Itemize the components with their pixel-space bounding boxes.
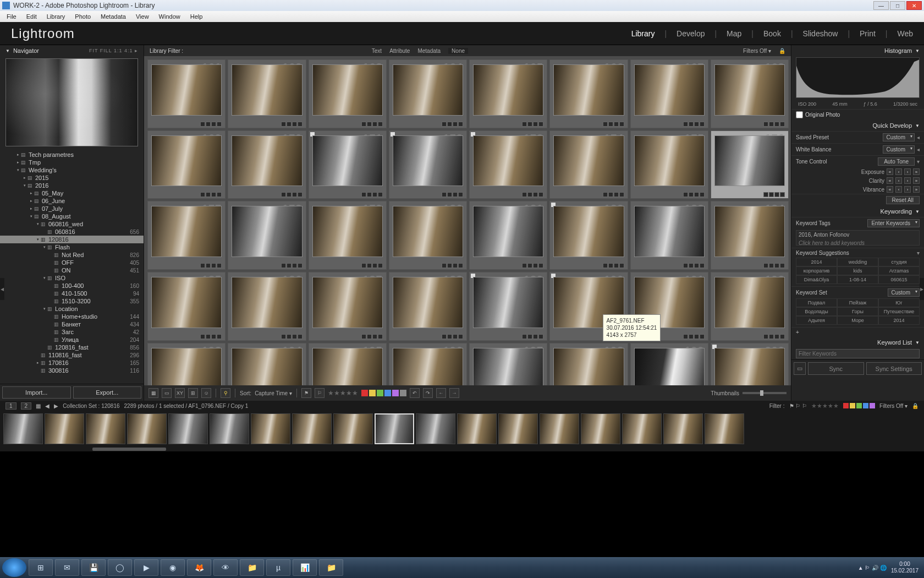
tree-item[interactable]: ▸▥170816165 — [0, 359, 144, 367]
filmstrip-cell[interactable] — [705, 413, 744, 444]
filter-metadata[interactable]: Metadata — [417, 48, 441, 54]
thumbnail-cell[interactable]: 184 — [711, 201, 789, 270]
filmstrip-cell[interactable] — [3, 413, 43, 444]
keyword-suggestion[interactable]: 060615 — [878, 275, 920, 284]
module-slideshow[interactable]: Slideshow — [803, 29, 838, 38]
filters-preset-dropdown[interactable]: Filters Off ▾ — [879, 403, 908, 409]
histogram[interactable] — [796, 57, 920, 98]
thumbnail-cell[interactable]: 199 — [630, 343, 708, 386]
filter-attribute[interactable]: Attribute — [389, 48, 410, 54]
menu-edit[interactable]: Edit — [22, 12, 41, 21]
thumbnail-cell[interactable]: 177 — [147, 201, 226, 270]
filmstrip-cell[interactable] — [622, 413, 662, 444]
thumbnail-cell[interactable]: 200 — [711, 343, 789, 386]
tree-item[interactable]: ▥300816116 — [0, 367, 144, 374]
tree-item[interactable]: ▾▥120816 — [0, 236, 144, 243]
second-window-1[interactable]: 1 — [6, 402, 16, 410]
start-button[interactable] — [2, 558, 26, 577]
module-book[interactable]: Book — [763, 29, 781, 38]
thumbnail-cell[interactable]: 186 — [228, 272, 306, 341]
filmstrip-cell[interactable] — [581, 413, 620, 444]
tree-item[interactable]: ▸▤07_July — [0, 205, 144, 212]
navigator-preview[interactable] — [6, 58, 138, 146]
color-filter[interactable] — [843, 403, 875, 408]
keyword-set-item[interactable]: Адыгея — [796, 316, 837, 325]
keyword-set-dropdown[interactable]: Custom — [888, 288, 920, 297]
keyword-tags-area[interactable]: 2016, Anton Fofonov Click here to add ke… — [796, 230, 920, 246]
quickdev-header[interactable]: Quick Develop▼ — [791, 120, 924, 131]
exposure-dec2[interactable]: « — [887, 168, 893, 175]
keyword-set-item[interactable]: Путешествие — [878, 307, 920, 316]
taskbar-app[interactable]: 📊 — [293, 559, 317, 576]
tree-item[interactable]: ▥110816_fast296 — [0, 351, 144, 359]
filmstrip-cell[interactable] — [540, 413, 579, 444]
filmstrip-cell[interactable] — [168, 413, 208, 444]
color-swatch[interactable] — [392, 390, 399, 396]
taskbar-app[interactable]: ◯ — [108, 559, 132, 576]
taskbar-app[interactable]: ⊞ — [29, 559, 53, 576]
thumbnail-cell[interactable]: 175 — [630, 130, 708, 199]
color-swatch[interactable] — [400, 390, 406, 396]
thumbnail-cell[interactable]: 179 — [309, 201, 387, 270]
module-library[interactable]: Library — [631, 29, 655, 38]
keyword-suggestion[interactable]: 1-08-14 — [837, 275, 878, 284]
sync-toggle-icon[interactable]: ▭ — [794, 362, 806, 375]
filmstrip-scrollbar[interactable] — [0, 447, 924, 451]
module-print[interactable]: Print — [860, 29, 876, 38]
flag-pick-icon[interactable]: ⚑ — [301, 388, 311, 398]
flag-reject-icon[interactable]: ⚐ — [315, 388, 324, 398]
keywording-header[interactable]: Keywording▼ — [791, 206, 924, 217]
filmstrip-cell[interactable] — [333, 413, 373, 444]
menu-help[interactable]: Help — [186, 12, 207, 21]
keyword-filter-input[interactable] — [796, 349, 920, 358]
keyword-set-item[interactable]: Пейзаж — [837, 298, 878, 307]
thumbnail-cell[interactable]: 176 — [711, 130, 789, 199]
taskbar-app[interactable]: 📁 — [240, 559, 264, 576]
filmstrip-cell[interactable] — [457, 413, 497, 444]
wb-dropdown[interactable]: Custom — [883, 145, 915, 154]
thumbnail-cell[interactable]: 171 — [309, 130, 387, 199]
module-develop[interactable]: Develop — [676, 29, 705, 38]
tree-item[interactable]: ▸▤2015 — [0, 174, 144, 182]
tree-item[interactable]: ▸▤Tmp — [0, 159, 144, 166]
thumbnail-cell[interactable]: 181 — [469, 201, 547, 270]
filter-none[interactable]: None — [448, 48, 468, 54]
sync-settings-button[interactable]: Sync Settings — [866, 362, 922, 375]
thumbnail-cell[interactable]: 163 — [309, 59, 387, 128]
tree-item[interactable]: ▥060816656 — [0, 228, 144, 236]
keyword-suggestion[interactable]: wedding — [837, 258, 878, 266]
thumbnail-cell[interactable]: 170 — [228, 130, 306, 199]
tree-item[interactable]: ▥Загс42 — [0, 328, 144, 336]
filmstrip-cell[interactable] — [375, 413, 414, 444]
keyword-suggestion[interactable]: Arzamas — [878, 266, 920, 275]
thumbnail-size-slider[interactable] — [743, 392, 787, 394]
color-swatch[interactable] — [361, 390, 368, 396]
lock-icon[interactable]: 🔒 — [779, 48, 785, 54]
thumbnail-cell[interactable]: 190AF2_9761.NEF30.07.2016 12:54:214143 x… — [549, 272, 628, 341]
tree-item[interactable]: ▸▤06_June — [0, 197, 144, 205]
color-labels[interactable] — [361, 390, 406, 396]
filmstrip-cell[interactable] — [663, 413, 703, 444]
filmstrip-cell[interactable] — [127, 413, 167, 444]
thumbnail-cell[interactable]: 166 — [549, 59, 628, 128]
tray-icons[interactable]: ▲ 🏳 🔊 🌐 — [858, 565, 887, 571]
survey-view-icon[interactable]: ⊞ — [188, 388, 198, 398]
compare-view-icon[interactable]: XY — [175, 388, 185, 398]
window-close[interactable]: ✕ — [906, 1, 922, 10]
rating-filter[interactable]: ★★★★★ — [811, 402, 839, 410]
filmstrip-cell[interactable] — [416, 413, 455, 444]
filmstrip-cell[interactable] — [251, 413, 290, 444]
tree-item[interactable]: ▾▥Flash — [0, 243, 144, 251]
thumbnail-cell[interactable]: 165 — [469, 59, 547, 128]
reset-all-button[interactable]: Reset All — [886, 196, 920, 204]
filmstrip-cell[interactable] — [210, 413, 249, 444]
tree-item[interactable]: ▥120816_fast856 — [0, 343, 144, 351]
histogram-header[interactable]: Histogram▼ — [791, 45, 924, 56]
tree-item[interactable]: ▾▤08_August — [0, 212, 144, 220]
window-maximize[interactable]: □ — [890, 1, 905, 10]
thumbnail-cell[interactable]: 174 — [549, 130, 628, 199]
thumbnail-cell[interactable]: 169 — [147, 130, 226, 199]
thumbnail-cell[interactable]: 187 — [309, 272, 387, 341]
navigator-header[interactable]: ▼ Navigator FIT FILL 1:1 4:1 ▸ — [0, 45, 144, 56]
keyword-list-header[interactable]: Keyword List▼ — [791, 337, 924, 348]
